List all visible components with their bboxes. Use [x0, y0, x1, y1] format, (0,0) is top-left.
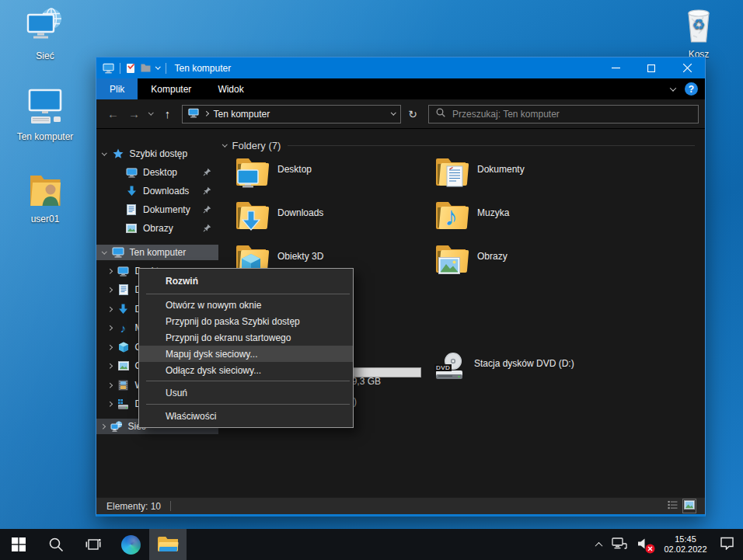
- address-dropdown-chevron-icon[interactable]: [391, 110, 396, 115]
- taskbar-search-button[interactable]: [37, 529, 75, 560]
- menu-item-przypnij-do-paska[interactable]: Przypnij do paska Szybki dostęp: [139, 313, 353, 329]
- desktop-icon-this-pc[interactable]: Ten komputer: [9, 87, 81, 142]
- documents-folder-icon: [434, 156, 468, 189]
- recycle-symbol: ♻: [692, 16, 705, 33]
- items-count: Elementy: 10: [106, 501, 161, 512]
- monitor-icon: [125, 167, 138, 179]
- music-note-glyph: ♪: [445, 203, 458, 229]
- customize-qat-chevron-icon[interactable]: [155, 64, 160, 69]
- desktop-icon-label: Sieć: [36, 50, 54, 61]
- folder-tile-muzyka[interactable]: ♪ Muzyka: [434, 200, 630, 237]
- dvd-drive-tile[interactable]: DVD Stacja dysków DVD (D:): [433, 351, 574, 385]
- partial-tile-text: ): [354, 396, 357, 407]
- taskbar-file-explorer-button[interactable]: [149, 529, 187, 560]
- tab-komputer[interactable]: Komputer: [138, 78, 204, 99]
- menu-item-wlasciwosci[interactable]: Właściwości: [139, 407, 353, 425]
- recent-locations-chevron-icon[interactable]: [145, 112, 157, 116]
- menu-item-odlacz-dysk-sieciowy[interactable]: Odłącz dysk sieciowy...: [139, 362, 353, 378]
- sidebar-item-desktop-pinned[interactable]: Desktop: [96, 164, 218, 181]
- folder-tile-desktop[interactable]: Desktop: [234, 156, 430, 193]
- sidebar-item-quick-access[interactable]: Szybki dostęp: [96, 145, 218, 162]
- tab-plik[interactable]: Plik: [96, 78, 138, 99]
- refresh-button[interactable]: ↻: [401, 108, 424, 120]
- quick-access-star-icon: [112, 148, 124, 160]
- recycle-bin-icon: ♻: [678, 5, 720, 47]
- folder-tile-dokumenty[interactable]: Dokumenty: [434, 156, 630, 193]
- dvd-drive-icon: DVD: [433, 351, 467, 385]
- taskbar-edge-button[interactable]: [112, 529, 149, 560]
- minimize-button[interactable]: [598, 57, 633, 78]
- new-folder-icon[interactable]: [141, 64, 151, 72]
- menu-item-mapuj-dysk-sieciowy[interactable]: Mapuj dysk sieciowy...: [139, 346, 353, 362]
- context-menu: Rozwiń Otwórz w nowym oknie Przypnij do …: [138, 268, 354, 428]
- music-note-icon: ♪: [117, 322, 130, 334]
- tray-expand-chevron-icon[interactable]: [595, 541, 603, 549]
- large-icons-view-button[interactable]: [684, 500, 695, 512]
- folder-tile-downloads[interactable]: Downloads: [234, 200, 430, 237]
- details-view-button[interactable]: [668, 500, 678, 512]
- document-icon: [125, 204, 138, 216]
- window-controls: [598, 57, 705, 78]
- start-button[interactable]: [0, 529, 37, 560]
- monitor-icon: [112, 247, 124, 259]
- pin-icon: [203, 224, 211, 232]
- menu-separator: [146, 381, 350, 381]
- file-explorer-icon: [158, 537, 178, 553]
- forward-button[interactable]: →: [124, 107, 145, 120]
- system-tray: 15:45 02.02.2022: [596, 529, 743, 560]
- divider: [120, 63, 120, 74]
- document-icon: [117, 284, 130, 296]
- edge-icon: [121, 535, 141, 555]
- sidebar-item-obrazy-pinned[interactable]: Obrazy: [96, 220, 218, 237]
- properties-icon[interactable]: [126, 63, 135, 74]
- tab-widok[interactable]: Widok: [204, 78, 256, 99]
- back-button[interactable]: ←: [103, 107, 124, 120]
- task-view-button[interactable]: [75, 529, 112, 560]
- maximize-button[interactable]: [633, 57, 669, 78]
- folder-tile-obrazy[interactable]: Obrazy: [434, 243, 630, 280]
- menu-item-usun[interactable]: Usuń: [139, 384, 353, 402]
- group-header-rule: [288, 145, 695, 146]
- sidebar-item-downloads-pinned[interactable]: Downloads: [96, 183, 218, 200]
- close-button[interactable]: [669, 57, 705, 78]
- sidebar-item-dokumenty-pinned[interactable]: Dokumenty: [96, 201, 218, 218]
- download-arrow-icon: [125, 186, 138, 197]
- breadcrumb-computer-icon: [188, 108, 199, 120]
- clock-time: 15:45: [661, 534, 710, 544]
- menu-separator: [146, 404, 350, 405]
- dvd-badge: DVD: [434, 364, 452, 371]
- breadcrumb-separator-icon: [204, 112, 208, 116]
- title-bar: Ten komputer: [96, 57, 705, 78]
- drive-icon: [117, 398, 130, 410]
- network-desktop-icon: [24, 6, 66, 48]
- menu-item-rozwin[interactable]: Rozwiń: [139, 271, 353, 291]
- address-bar[interactable]: Ten komputer: [182, 105, 401, 123]
- pin-icon: [203, 205, 211, 214]
- up-button[interactable]: ↑: [157, 107, 178, 120]
- desktop-icon-network[interactable]: Sieć: [9, 6, 81, 61]
- desktop-icon-user01[interactable]: user01: [9, 169, 81, 224]
- user-folder-icon: [24, 169, 66, 211]
- taskbar-clock[interactable]: 15:45 02.02.2022: [661, 534, 710, 555]
- menu-item-otworz-w-nowym-oknie[interactable]: Otwórz w nowym oknie: [139, 297, 353, 313]
- menu-item-przypnij-do-ekranu[interactable]: Przypnij do ekranu startowego: [139, 329, 353, 346]
- downloads-folder-icon: [234, 200, 268, 232]
- pin-icon: [203, 168, 211, 176]
- desktop-icon-recycle-bin[interactable]: ♻ Kosz: [663, 5, 734, 60]
- volume-muted-icon[interactable]: [637, 537, 651, 552]
- download-arrow-icon: [117, 304, 130, 315]
- search-input[interactable]: Przeszukaj: Ten komputer: [428, 105, 699, 123]
- search-placeholder: Przeszukaj: Ten komputer: [452, 109, 560, 120]
- sidebar-item-this-pc[interactable]: Ten komputer: [96, 245, 218, 260]
- taskbar: 15:45 02.02.2022: [0, 529, 743, 560]
- action-center-icon[interactable]: [720, 537, 734, 552]
- help-button[interactable]: ?: [685, 82, 698, 96]
- expand-ribbon-chevron-icon[interactable]: [670, 85, 676, 91]
- breadcrumb[interactable]: Ten komputer: [214, 109, 270, 120]
- network-tray-icon[interactable]: [612, 537, 627, 552]
- menu-separator: [146, 294, 350, 294]
- desktop-icon-label: Ten komputer: [17, 131, 74, 142]
- folders-group-header[interactable]: Foldery (7): [223, 140, 695, 151]
- monitor-icon: [117, 266, 130, 277]
- pictures-folder-icon: [434, 243, 468, 276]
